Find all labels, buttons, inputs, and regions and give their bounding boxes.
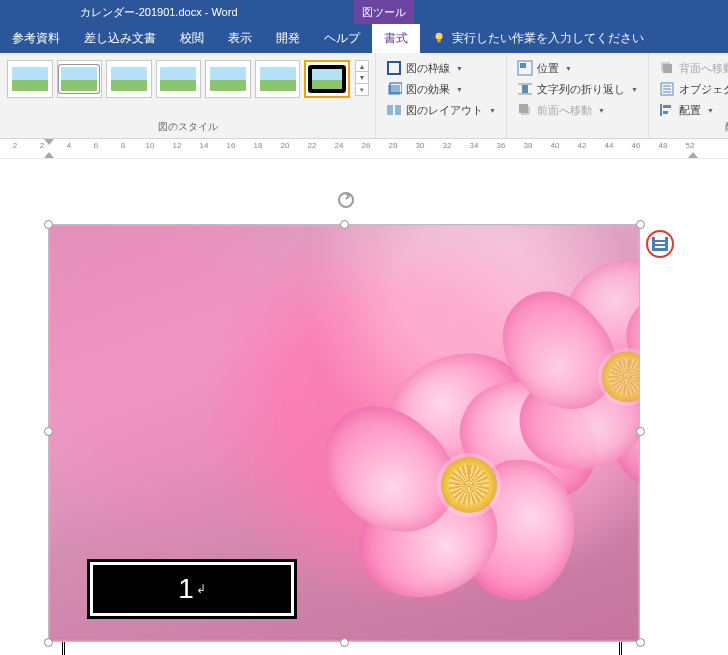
ruler-tick: 48	[656, 141, 670, 150]
tab-help[interactable]: ヘルプ	[312, 24, 372, 53]
picture-style-3[interactable]	[106, 60, 152, 98]
ruler-tick: 44	[602, 141, 616, 150]
ruler-tick: 8	[116, 141, 130, 150]
ruler-tick: 40	[548, 141, 562, 150]
picture-style-5[interactable]	[205, 60, 251, 98]
group-arrange-right: 背面へ移動▼ オブジェクトの選択と表示 配置▼ 配置	[649, 53, 728, 138]
svg-rect-13	[519, 104, 528, 113]
ruler-tick: 38	[521, 141, 535, 150]
cmd-picture-layout[interactable]: 図のレイアウト▼	[382, 101, 500, 119]
svg-rect-21	[663, 105, 671, 108]
ruler-tick: 26	[359, 141, 373, 150]
styles-row-up[interactable]: ▲	[355, 60, 369, 72]
position-icon	[517, 60, 533, 76]
resize-handle-bottom-left[interactable]	[44, 638, 53, 647]
resize-handle-bottom-center[interactable]	[340, 638, 349, 647]
group-arrange-left: 位置▼ 文字列の折り返し▼ 前面へ移動▼	[507, 53, 649, 138]
resize-handle-top-center[interactable]	[340, 220, 349, 229]
svg-rect-2	[388, 62, 400, 74]
ruler-tick: 46	[629, 141, 643, 150]
ruler-tick: 24	[332, 141, 346, 150]
flower-illustration-2	[517, 261, 640, 400]
resize-handle-bottom-right[interactable]	[636, 638, 645, 647]
month-label-box[interactable]: 1 ↲	[87, 559, 297, 619]
ruler-tick: 28	[386, 141, 400, 150]
svg-rect-1	[437, 39, 441, 42]
document-canvas[interactable]: 1 ↲	[0, 159, 728, 655]
tab-developer[interactable]: 開発	[264, 24, 312, 53]
group-label-styles: 図のスタイル	[6, 120, 369, 136]
month-number: 1	[178, 573, 194, 605]
picture-effects-icon	[386, 81, 402, 97]
picture-style-2[interactable]	[57, 60, 103, 98]
cmd-send-backward[interactable]: 背面へ移動▼	[655, 59, 728, 77]
contextual-tab-picture-tools[interactable]: 図ツール	[354, 0, 414, 24]
cmd-align[interactable]: 配置▼	[655, 101, 728, 119]
cmd-text-wrap[interactable]: 文字列の折り返し▼	[513, 80, 642, 98]
tab-mailings[interactable]: 差し込み文書	[72, 24, 168, 53]
picture-style-6[interactable]	[255, 60, 301, 98]
tab-format[interactable]: 書式	[372, 24, 420, 53]
right-indent-marker[interactable]	[688, 152, 698, 158]
title-bar: カレンダー-201901.docx - Word 図ツール	[0, 0, 728, 24]
ruler-tick: 36	[494, 141, 508, 150]
cmd-position[interactable]: 位置▼	[513, 59, 642, 77]
tellme-bulb-icon	[420, 31, 452, 47]
ruler-tick: 4	[62, 141, 76, 150]
layout-options-icon	[652, 237, 668, 251]
ruler-tick: 12	[170, 141, 184, 150]
picture-style-7-selected[interactable]	[304, 60, 350, 98]
ribbon-tabs: 参考資料 差し込み文書 校閲 表示 開発 ヘルプ 書式 実行したい作業を入力して…	[0, 24, 728, 53]
tab-review[interactable]: 校閲	[168, 24, 216, 53]
ruler-tick: 2	[35, 141, 49, 150]
resize-handle-top-left[interactable]	[44, 220, 53, 229]
rotate-handle-icon[interactable]	[337, 191, 355, 209]
align-icon	[659, 102, 675, 118]
svg-rect-6	[395, 105, 401, 115]
document-title: カレンダー-201901.docx - Word	[80, 5, 238, 20]
send-backward-icon	[659, 60, 675, 76]
ruler-tick: 32	[440, 141, 454, 150]
ruler-tick: 20	[278, 141, 292, 150]
ruler-tick: 30	[413, 141, 427, 150]
layout-options-button[interactable]	[646, 230, 674, 258]
picture-style-4[interactable]	[156, 60, 202, 98]
cmd-selection-pane[interactable]: オブジェクトの選択と表示	[655, 80, 728, 98]
inserted-picture[interactable]: 1 ↲	[48, 224, 640, 642]
resize-handle-mid-left[interactable]	[44, 427, 53, 436]
svg-rect-9	[522, 85, 528, 93]
ruler-tick: 16	[224, 141, 238, 150]
tab-references[interactable]: 参考資料	[0, 24, 72, 53]
group-picture-format: 図の枠線▼ 図の効果▼ 図のレイアウト▼	[376, 53, 507, 138]
picture-layout-icon	[386, 102, 402, 118]
ruler-tick: 34	[467, 141, 481, 150]
hanging-indent-marker[interactable]	[44, 152, 54, 158]
horizontal-ruler[interactable]: 2246810121416182022242628303234363840424…	[0, 139, 728, 159]
styles-row-down[interactable]: ▼	[355, 72, 369, 84]
svg-point-23	[339, 193, 353, 207]
bring-forward-icon	[517, 102, 533, 118]
svg-rect-22	[663, 111, 668, 114]
cmd-picture-effects[interactable]: 図の効果▼	[382, 80, 500, 98]
tellme-search[interactable]: 実行したい作業を入力してください	[452, 31, 728, 46]
svg-rect-15	[663, 64, 672, 73]
ruler-tick: 18	[251, 141, 265, 150]
group-label-arrange: 配置	[655, 120, 728, 136]
resize-handle-mid-right[interactable]	[636, 427, 645, 436]
ruler-tick: 52	[683, 141, 697, 150]
svg-rect-5	[387, 105, 393, 115]
ribbon: ▲ ▼ ▾ 図のスタイル 図の枠線▼ 図の効果▼ 図のレイアウト▼	[0, 53, 728, 139]
ruler-tick: 42	[575, 141, 589, 150]
paragraph-mark-icon: ↲	[196, 582, 206, 596]
cmd-bring-forward[interactable]: 前面へ移動▼	[513, 101, 642, 119]
tab-view[interactable]: 表示	[216, 24, 264, 53]
selection-pane-icon	[659, 81, 675, 97]
resize-handle-top-right[interactable]	[636, 220, 645, 229]
cmd-picture-border[interactable]: 図の枠線▼	[382, 59, 500, 77]
picture-border-icon	[386, 60, 402, 76]
group-picture-styles: ▲ ▼ ▾ 図のスタイル	[0, 53, 376, 138]
styles-more[interactable]: ▾	[355, 84, 369, 96]
wrap-text-icon	[517, 81, 533, 97]
picture-style-1[interactable]	[7, 60, 53, 98]
ruler-tick: 10	[143, 141, 157, 150]
